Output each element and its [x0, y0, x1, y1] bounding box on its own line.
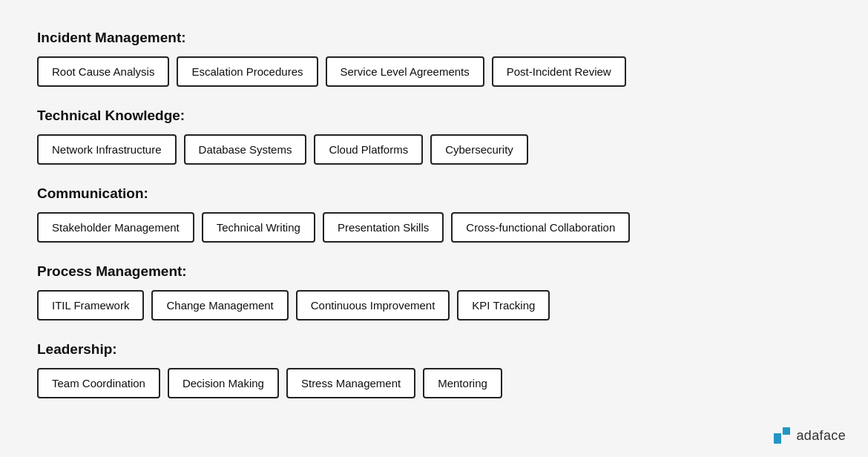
skill-tag: Root Cause Analysis	[37, 56, 169, 87]
skill-tag: ITIL Framework	[37, 290, 144, 320]
svg-rect-1	[783, 427, 790, 435]
category-title-process-management: Process Management:	[37, 263, 831, 280]
tags-row-leadership: Team CoordinationDecision MakingStress M…	[37, 368, 831, 398]
skill-tag: Post-Incident Review	[492, 56, 626, 87]
tags-row-technical-knowledge: Network InfrastructureDatabase SystemsCl…	[37, 134, 831, 165]
skill-tag: Cloud Platforms	[314, 134, 423, 165]
svg-rect-0	[774, 433, 781, 444]
brand-name-label: adaface	[796, 428, 846, 444]
skill-tag: Service Level Agreements	[326, 56, 484, 87]
category-technical-knowledge: Technical Knowledge:Network Infrastructu…	[37, 108, 831, 165]
skill-tag: Stress Management	[286, 368, 415, 398]
main-content: Incident Management:Root Cause AnalysisE…	[0, 0, 868, 449]
category-title-technical-knowledge: Technical Knowledge:	[37, 108, 831, 124]
skill-tag: Network Infrastructure	[37, 134, 177, 165]
skill-tag: Stakeholder Management	[37, 212, 194, 243]
skill-tag: Team Coordination	[37, 368, 160, 398]
skill-tag: Escalation Procedures	[177, 56, 318, 87]
category-leadership: Leadership:Team CoordinationDecision Mak…	[37, 341, 831, 398]
skill-tag: Cross-functional Collaboration	[451, 212, 630, 243]
category-title-leadership: Leadership:	[37, 341, 831, 358]
tags-row-process-management: ITIL FrameworkChange ManagementContinuou…	[37, 290, 831, 320]
category-title-incident-management: Incident Management:	[37, 30, 831, 46]
skill-tag: Technical Writing	[202, 212, 315, 243]
skill-tag: Continuous Improvement	[296, 290, 450, 320]
skill-tag: KPI Tracking	[457, 290, 550, 320]
tags-row-incident-management: Root Cause AnalysisEscalation Procedures…	[37, 56, 831, 87]
skill-tag: Change Management	[151, 290, 288, 320]
category-incident-management: Incident Management:Root Cause AnalysisE…	[37, 30, 831, 87]
category-title-communication: Communication:	[37, 185, 831, 202]
category-process-management: Process Management:ITIL FrameworkChange …	[37, 263, 831, 320]
skill-tag: Cybersecurity	[430, 134, 528, 165]
skill-tag: Presentation Skills	[323, 212, 444, 243]
branding-footer: adaface	[774, 427, 846, 444]
category-communication: Communication:Stakeholder ManagementTech…	[37, 185, 831, 243]
skill-tag: Decision Making	[168, 368, 279, 398]
skill-tag: Database Systems	[184, 134, 307, 165]
tags-row-communication: Stakeholder ManagementTechnical WritingP…	[37, 212, 831, 243]
adaface-logo-icon	[774, 427, 790, 444]
skill-tag: Mentoring	[423, 368, 502, 398]
